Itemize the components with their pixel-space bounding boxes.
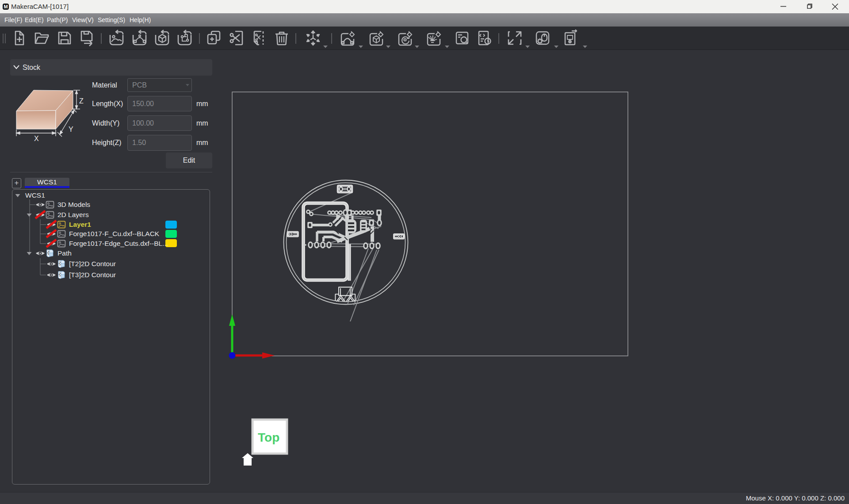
svg-text:Top: Top bbox=[258, 431, 279, 444]
